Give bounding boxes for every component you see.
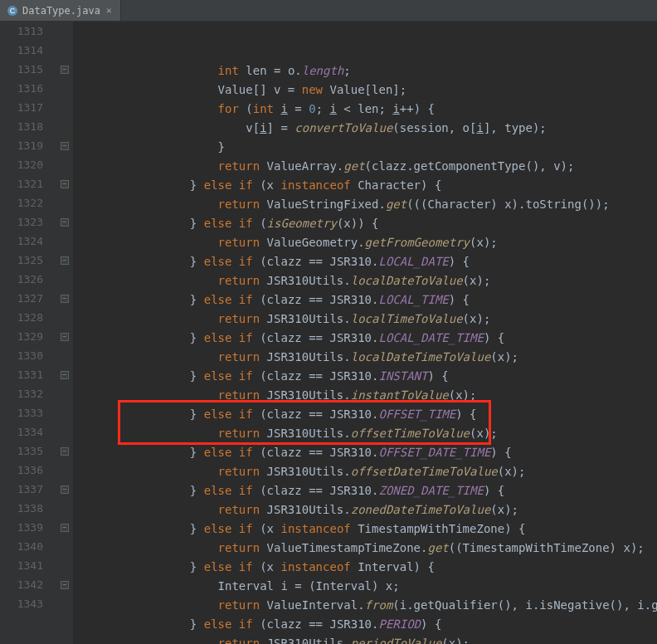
code-content[interactable]: int len = o.length; Value[] v = new Valu… <box>73 22 657 644</box>
line-number: 1328 <box>0 308 43 327</box>
line-number: 1336 <box>0 461 43 480</box>
code-line[interactable]: } else if (clazz == JSR310.INSTANT) { <box>78 367 657 386</box>
line-number-gutter: 1313131413151316131713181319132013211322… <box>0 22 58 644</box>
code-line[interactable]: } else if (clazz == JSR310.LOCAL_DATE_TI… <box>78 329 657 348</box>
code-line[interactable]: return JSR310Utils.zonedDateTimeToValue(… <box>78 500 657 520</box>
code-line[interactable]: return JSR310Utils.localTimeToValue(x); <box>78 310 657 329</box>
fold-column: −−−−−−−−−−−− <box>58 22 73 644</box>
code-line[interactable]: } else if (x instanceof Interval) { <box>78 558 657 577</box>
code-line[interactable]: } else if (clazz == JSR310.LOCAL_TIME) { <box>78 290 657 310</box>
code-line[interactable]: return JSR310Utils.periodToValue(x); <box>78 634 657 644</box>
java-class-icon: C <box>7 5 18 17</box>
fold-toggle-icon[interactable]: − <box>61 142 69 150</box>
line-number: 1337 <box>0 480 43 499</box>
code-line[interactable]: return JSR310Utils.localDateToValue(x); <box>78 271 657 290</box>
line-number: 1340 <box>0 537 43 556</box>
code-line[interactable]: } else if (clazz == JSR310.ZONED_DATE_TI… <box>78 481 657 500</box>
line-number: 1317 <box>0 98 43 117</box>
line-number: 1327 <box>0 289 43 308</box>
code-line[interactable]: } else if (clazz == JSR310.OFFSET_DATE_T… <box>78 443 657 462</box>
fold-toggle-icon[interactable]: − <box>61 524 69 532</box>
svg-text:C: C <box>10 7 16 15</box>
code-line[interactable]: return JSR310Utils.offsetTimeToValue(x); <box>78 424 657 443</box>
code-line[interactable]: } else if (clazz == JSR310.OFFSET_TIME) … <box>78 405 657 424</box>
tab-filename: DataType.java <box>22 5 100 17</box>
line-number: 1341 <box>0 556 43 575</box>
fold-toggle-icon[interactable]: − <box>61 66 69 74</box>
line-number: 1329 <box>0 327 43 346</box>
line-number: 1316 <box>0 79 43 98</box>
code-line[interactable]: } else if (clazz == JSR310.PERIOD) { <box>78 615 657 634</box>
line-number: 1334 <box>0 422 43 442</box>
line-number: 1325 <box>0 251 43 270</box>
code-line[interactable]: return JSR310Utils.offsetDateTimeToValue… <box>78 462 657 481</box>
code-line[interactable]: } <box>78 138 657 157</box>
line-number: 1333 <box>0 403 43 422</box>
line-number: 1322 <box>0 193 43 212</box>
line-number: 1318 <box>0 117 43 136</box>
line-number: 1330 <box>0 346 43 365</box>
line-number: 1339 <box>0 518 43 537</box>
line-number: 1338 <box>0 499 43 518</box>
editor-tab[interactable]: C DataType.java ✕ <box>0 0 121 21</box>
code-line[interactable]: return ValueStringFixed.get(((Character)… <box>78 195 657 214</box>
fold-toggle-icon[interactable]: − <box>61 581 69 589</box>
code-line[interactable]: return ValueArray.get(clazz.getComponent… <box>78 157 657 176</box>
fold-toggle-icon[interactable]: − <box>61 447 69 456</box>
fold-toggle-icon[interactable]: − <box>61 371 69 379</box>
fold-toggle-icon[interactable]: − <box>61 295 69 303</box>
fold-toggle-icon[interactable]: − <box>61 485 69 494</box>
code-line[interactable]: return JSR310Utils.localDateTimeToValue(… <box>78 348 657 367</box>
code-line[interactable]: return ValueTimestampTimeZone.get((Times… <box>78 539 657 558</box>
line-number: 1313 <box>0 22 43 41</box>
line-number: 1324 <box>0 232 43 251</box>
code-line[interactable]: v[i] = convertToValue(session, o[i], typ… <box>78 119 657 138</box>
line-number: 1314 <box>0 41 43 60</box>
line-number: 1319 <box>0 136 43 155</box>
editor-area[interactable]: 1313131413151316131713181319132013211322… <box>0 22 657 644</box>
code-line[interactable]: } else if (clazz == JSR310.LOCAL_DATE) { <box>78 252 657 271</box>
line-number: 1332 <box>0 384 43 403</box>
code-line[interactable]: return ValueGeometry.getFromGeometry(x); <box>78 233 657 252</box>
line-number: 1321 <box>0 174 43 193</box>
code-line[interactable]: } else if (isGeometry(x)) { <box>78 214 657 233</box>
fold-toggle-icon[interactable]: − <box>61 333 69 341</box>
line-number: 1331 <box>0 365 43 384</box>
code-line[interactable]: Interval i = (Interval) x; <box>78 577 657 596</box>
line-number: 1335 <box>0 442 43 461</box>
line-number: 1320 <box>0 155 43 174</box>
line-number: 1343 <box>0 594 43 613</box>
code-line[interactable]: Value[] v = new Value[len]; <box>78 80 657 100</box>
code-line[interactable]: int len = o.length; <box>78 61 657 80</box>
line-number: 1342 <box>0 575 43 594</box>
fold-toggle-icon[interactable]: − <box>61 180 69 188</box>
close-icon[interactable]: ✕ <box>105 5 114 16</box>
code-line[interactable]: } else if (x instanceof Character) { <box>78 176 657 195</box>
fold-toggle-icon[interactable]: − <box>61 256 69 265</box>
code-line[interactable]: } else if (x instanceof TimestampWithTim… <box>78 520 657 539</box>
line-number: 1315 <box>0 60 43 79</box>
fold-toggle-icon[interactable]: − <box>61 218 69 227</box>
line-number: 1323 <box>0 212 43 232</box>
code-line[interactable]: return JSR310Utils.instantToValue(x); <box>78 386 657 405</box>
code-line[interactable]: return ValueInterval.from(i.getQualifier… <box>78 596 657 615</box>
code-line[interactable]: for (int i = 0; i < len; i++) { <box>78 100 657 119</box>
line-number: 1326 <box>0 270 43 289</box>
tab-bar: C DataType.java ✕ <box>0 0 657 22</box>
